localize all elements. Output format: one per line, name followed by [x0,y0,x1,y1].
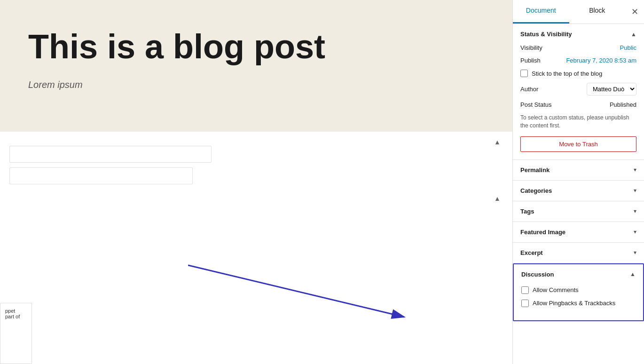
text-block-2[interactable] [9,167,193,184]
tab-document[interactable]: Document [513,0,569,24]
featured-image-section: Featured Image ▾ [513,222,644,243]
post-status-value: Published [610,101,636,108]
bottom-card: ppetpart of [0,303,32,364]
categories-header[interactable]: Categories ▾ [513,181,644,201]
featured-image-chevron: ▾ [634,229,636,235]
post-status-row: Post Status Published [520,101,636,108]
expand-button[interactable]: ▲ [492,193,503,204]
sidebar: Document Block ✕ Status & Visibility ▲ V… [512,0,644,364]
bottom-card-text: ppetpart of [5,308,27,319]
discussion-header[interactable]: Discussion ▲ [514,264,643,285]
tags-chevron: ▾ [634,208,636,214]
post-subtitle[interactable]: Lorem ipsum [28,79,484,90]
tags-header[interactable]: Tags ▾ [513,201,644,222]
visibility-row: Visibility Public [520,44,636,51]
post-status-label: Post Status [520,101,551,108]
stick-to-top-row: Stick to the top of the blog [520,70,636,77]
status-visibility-chevron: ▲ [631,31,636,38]
allow-pingbacks-checkbox[interactable] [521,300,529,307]
content-inner: ▲ ▲ [0,132,512,198]
post-title[interactable]: This is a blog post [28,28,484,65]
tags-section: Tags ▾ [513,201,644,222]
stick-to-top-label: Stick to the top of the blog [532,70,602,77]
status-visibility-title: Status & Visibility [520,31,572,38]
author-row: Author Matteo Duò [520,83,636,95]
allow-comments-row: Allow Comments [521,286,636,294]
permalink-title: Permalink [520,166,550,174]
main-editor: This is a blog post Lorem ipsum ▲ ▲ ppet… [0,0,512,364]
featured-image-title: Featured Image [520,229,565,236]
allow-pingbacks-row: Allow Pingbacks & Trackbacks [521,300,636,307]
discussion-title: Discussion [521,271,554,278]
excerpt-chevron: ▾ [634,249,636,256]
categories-title: Categories [520,187,552,194]
author-label: Author [520,86,538,93]
svg-line-1 [188,265,404,317]
discussion-content: Allow Comments Allow Pingbacks & Trackba… [514,285,643,320]
allow-pingbacks-label: Allow Pingbacks & Trackbacks [533,300,615,307]
permalink-section: Permalink ▾ [513,160,644,181]
move-to-trash-button[interactable]: Move to Trash [520,136,636,152]
categories-section: Categories ▾ [513,181,644,201]
allow-comments-checkbox[interactable] [521,286,529,294]
visibility-value[interactable]: Public [620,44,636,51]
post-header: This is a blog post Lorem ipsum [0,0,512,109]
tags-title: Tags [520,208,534,215]
excerpt-title: Excerpt [520,249,543,256]
categories-chevron: ▾ [634,187,636,194]
excerpt-header[interactable]: Excerpt ▾ [513,243,644,263]
permalink-chevron: ▾ [634,166,636,173]
text-block-1[interactable] [9,146,212,163]
tab-block[interactable]: Block [569,0,626,24]
arrow-annotation [188,251,423,326]
featured-image-header[interactable]: Featured Image ▾ [513,222,644,242]
publish-row: Publish February 7, 2020 8:53 am [520,57,636,64]
excerpt-section: Excerpt ▾ [513,243,644,263]
content-area: ▲ ▲ ppetpart of [0,132,512,364]
status-visibility-section: Status & Visibility ▲ Visibility Public … [513,24,644,160]
author-select[interactable]: Matteo Duò [587,83,636,95]
status-visibility-header[interactable]: Status & Visibility ▲ [513,24,644,44]
permalink-header[interactable]: Permalink ▾ [513,160,644,180]
collapse-button[interactable]: ▲ [492,136,503,148]
stick-to-top-checkbox[interactable] [520,70,528,77]
tabs-bar: Document Block ✕ [513,0,644,24]
discussion-section: Discussion ▲ Allow Comments Allow Pingba… [513,263,644,321]
visibility-label: Visibility [520,44,542,51]
status-note: To select a custom status, please unpubl… [520,114,636,130]
publish-label: Publish [520,57,541,64]
publish-value[interactable]: February 7, 2020 8:53 am [566,57,636,64]
close-button[interactable]: ✕ [625,0,644,24]
discussion-chevron: ▲ [630,271,636,277]
allow-comments-label: Allow Comments [533,286,579,293]
status-visibility-content: Visibility Public Publish February 7, 20… [513,44,644,159]
